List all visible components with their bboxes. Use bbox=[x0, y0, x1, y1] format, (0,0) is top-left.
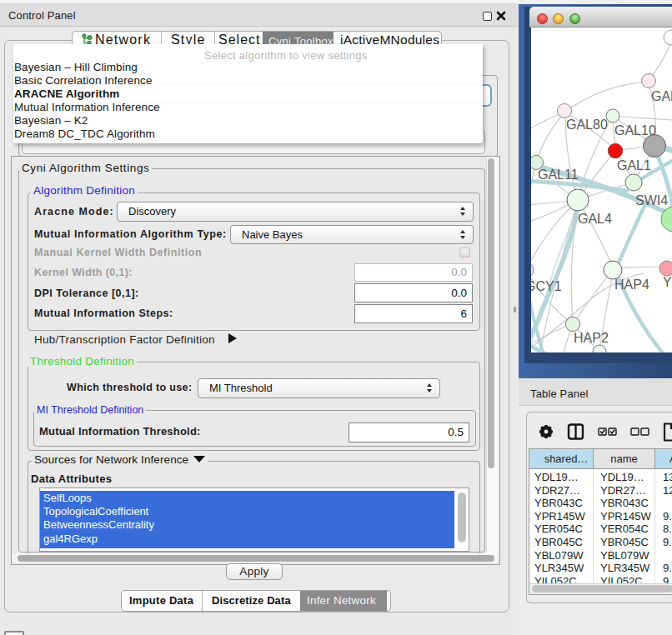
svg-text:GAL4: GAL4 bbox=[578, 212, 612, 226]
svg-text:GAL1: GAL1 bbox=[617, 158, 651, 172]
svg-text:Y: Y bbox=[663, 275, 672, 289]
svg-text:GAL10: GAL10 bbox=[614, 123, 656, 138]
svg-text:GAL11: GAL11 bbox=[538, 168, 579, 182]
svg-text:GCY1: GCY1 bbox=[531, 279, 562, 293]
svg-text:SWI4: SWI4 bbox=[635, 193, 668, 208]
svg-text:HAP2: HAP2 bbox=[574, 331, 609, 345]
svg-text:GAL7: GAL7 bbox=[651, 89, 672, 103]
svg-text:HAP4: HAP4 bbox=[614, 278, 649, 292]
svg-text:GAL80: GAL80 bbox=[566, 118, 608, 132]
